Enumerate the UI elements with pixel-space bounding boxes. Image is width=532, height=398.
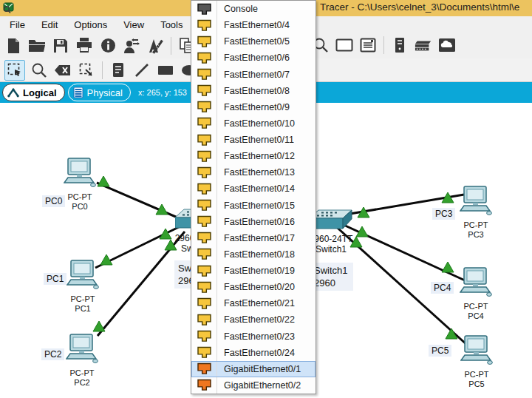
toolbar-divider xyxy=(102,61,103,79)
menu-item[interactable]: Options xyxy=(66,18,115,32)
port-menu-item[interactable]: FastEthernet0/24 xyxy=(191,345,316,361)
pc-icon xyxy=(64,158,96,189)
port-icon xyxy=(191,328,217,345)
port-icon xyxy=(191,198,217,214)
device-pc4[interactable]: PC-PTPC4 xyxy=(455,267,497,321)
device-pc2[interactable]: PC-PTPC2 xyxy=(61,334,103,388)
server-tower-icon[interactable] xyxy=(391,36,409,55)
port-menu-item[interactable]: FastEthernet0/17 xyxy=(191,230,316,246)
tab-physical[interactable]: Physical xyxy=(68,84,131,101)
port-menu-item[interactable]: FastEthernet0/23 xyxy=(191,328,316,345)
device-name-tag[interactable]: PC5 xyxy=(429,345,451,357)
device-model: PC-PT xyxy=(59,192,100,202)
info-icon[interactable] xyxy=(99,36,117,55)
port-menu-item[interactable]: FastEthernet0/20 xyxy=(191,279,316,295)
rectangle-icon[interactable] xyxy=(157,61,174,80)
device-name-tag[interactable]: PC2 xyxy=(41,348,64,360)
port-menu-label: FastEthernet0/23 xyxy=(217,331,295,342)
user-profile-icon[interactable] xyxy=(123,36,140,55)
device-name-tag[interactable]: PC4 xyxy=(431,282,454,294)
port-icon xyxy=(191,361,217,377)
port-icon xyxy=(191,99,217,115)
device-name-tag[interactable]: PC0 xyxy=(42,195,65,207)
port-menu-item[interactable]: FastEthernet0/7 xyxy=(191,67,316,83)
menu-item[interactable]: File xyxy=(1,18,33,32)
switch1-note[interactable]: Switch1 2960 xyxy=(310,263,353,291)
pc-icon xyxy=(66,260,99,291)
tab-logical[interactable]: Logical xyxy=(2,84,65,101)
port-menu-item[interactable]: FastEthernet0/9 xyxy=(191,99,316,115)
port-menu-item[interactable]: FastEthernet0/18 xyxy=(191,246,316,263)
port-icon xyxy=(191,214,217,230)
port-menu-item[interactable]: FastEthernet0/10 xyxy=(191,115,316,132)
port-icon xyxy=(191,246,217,263)
note-icon[interactable] xyxy=(109,61,127,80)
port-menu-label: GigabitEthernet0/1 xyxy=(217,364,301,374)
device-name: PC5 xyxy=(456,380,497,389)
port-menu-label: FastEthernet0/18 xyxy=(217,249,295,260)
device-pc3[interactable]: PC-PTPC3 xyxy=(455,186,497,240)
note-line: Switch1 xyxy=(314,264,349,277)
menu-item[interactable]: View xyxy=(115,18,152,32)
new-file-icon[interactable] xyxy=(4,36,22,55)
port-menu-item[interactable]: FastEthernet0/19 xyxy=(191,263,316,279)
drawing-palette-icon[interactable] xyxy=(146,36,164,55)
delete-icon[interactable] xyxy=(54,61,72,80)
cloud-icon[interactable] xyxy=(438,36,456,55)
port-menu-label: FastEthernet0/6 xyxy=(217,53,290,63)
port-menu-item[interactable]: FastEthernet0/11 xyxy=(191,132,316,148)
device-pc0[interactable]: PC-PTPC0 xyxy=(59,158,100,212)
port-icon xyxy=(191,345,217,361)
port-menu-label: FastEthernet0/13 xyxy=(217,167,295,178)
toolbar-right-group xyxy=(309,36,459,55)
device-rack-icon[interactable] xyxy=(415,36,432,55)
device-pc1[interactable]: PC-PTPC1 xyxy=(62,260,103,314)
port-menu-label: Console xyxy=(217,4,258,14)
pc-icon xyxy=(66,334,98,365)
port-menu-item[interactable]: FastEthernet0/14 xyxy=(191,181,316,197)
port-icon xyxy=(191,263,217,279)
port-menu-item[interactable]: FastEthernet0/8 xyxy=(191,83,316,99)
menu-item[interactable]: Edit xyxy=(33,18,66,32)
inspect-icon[interactable] xyxy=(30,61,48,80)
notes-panel-icon[interactable] xyxy=(359,36,377,55)
window-icon[interactable] xyxy=(335,36,353,55)
port-icon xyxy=(191,50,217,66)
note-line: 2960 xyxy=(314,277,349,289)
port-menu-label: FastEthernet0/17 xyxy=(217,233,295,243)
print-icon[interactable] xyxy=(75,36,93,55)
port-icon xyxy=(191,181,217,197)
menu-item[interactable]: Tools xyxy=(152,18,191,32)
port-menu-item[interactable]: FastEthernet0/4 xyxy=(191,17,316,33)
open-folder-icon[interactable] xyxy=(28,36,46,55)
device-name-tag[interactable]: PC3 xyxy=(432,208,455,220)
line-icon[interactable] xyxy=(133,61,151,80)
port-menu-item[interactable]: FastEthernet0/6 xyxy=(191,50,316,66)
toolbar-divider xyxy=(171,37,171,55)
device-name: PC4 xyxy=(455,311,497,321)
select-icon[interactable] xyxy=(4,60,25,81)
port-menu-item[interactable]: FastEthernet0/5 xyxy=(191,33,316,50)
physical-rack-icon xyxy=(73,87,83,98)
connection-port-menu: Console FastEthernet0/4 FastEthernet0/5 … xyxy=(191,0,316,394)
port-menu-item[interactable]: FastEthernet0/13 xyxy=(191,164,316,181)
resize-icon[interactable] xyxy=(78,61,95,80)
port-menu-label: FastEthernet0/21 xyxy=(217,298,295,308)
port-menu-label: FastEthernet0/22 xyxy=(217,314,295,325)
port-menu-item[interactable]: GigabitEthernet0/1 xyxy=(191,361,316,377)
port-menu-item[interactable]: FastEthernet0/21 xyxy=(191,295,316,311)
port-menu-item[interactable]: Console xyxy=(191,1,316,17)
device-name-tag[interactable]: PC1 xyxy=(44,273,66,285)
port-menu-item[interactable]: FastEthernet0/22 xyxy=(191,311,316,328)
window-title: Tracer - C:\Users\celnet_3\Documents\htm… xyxy=(320,1,519,13)
port-menu-label: FastEthernet0/15 xyxy=(217,200,295,211)
app-logo-icon xyxy=(3,1,16,14)
device-pc5[interactable]: PC-PTPC5 xyxy=(456,335,497,389)
port-menu-item[interactable]: FastEthernet0/15 xyxy=(191,198,316,214)
port-icon xyxy=(191,148,217,164)
port-menu-label: GigabitEthernet0/2 xyxy=(217,380,301,391)
port-menu-item[interactable]: GigabitEthernet0/2 xyxy=(191,377,316,394)
port-menu-item[interactable]: FastEthernet0/12 xyxy=(191,148,316,164)
port-menu-item[interactable]: FastEthernet0/16 xyxy=(191,214,316,230)
save-icon[interactable] xyxy=(52,36,69,55)
